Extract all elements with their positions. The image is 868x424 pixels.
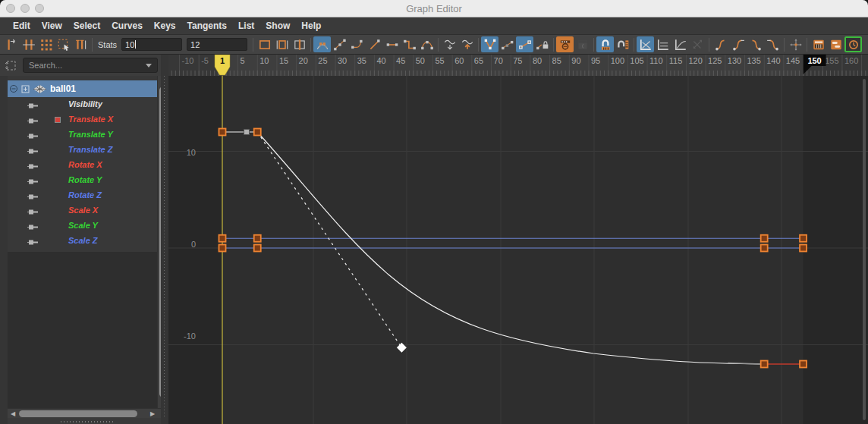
- toolbar-separator: [553, 38, 554, 52]
- tree-row-root[interactable]: ball01: [8, 80, 157, 97]
- pre-infinity-cycle-offset-button[interactable]: [729, 36, 747, 52]
- step-tangent-button[interactable]: [401, 36, 418, 52]
- tree-row-scale-z[interactable]: Scale Z: [8, 234, 157, 249]
- menu-item-edit[interactable]: Edit: [8, 18, 36, 34]
- normalized-view-button[interactable]: [671, 36, 689, 52]
- filter-icon[interactable]: [4, 58, 17, 72]
- expand-icon[interactable]: [21, 85, 30, 93]
- frame-all-button[interactable]: [256, 36, 273, 52]
- insert-keys-tool-button[interactable]: [20, 36, 37, 52]
- stacked-view-button[interactable]: [654, 36, 671, 52]
- keyframe[interactable]: [219, 245, 226, 252]
- spline-tangent-button[interactable]: [331, 36, 348, 52]
- channel-label: Visibility: [68, 99, 102, 108]
- search-dropdown-icon[interactable]: [146, 64, 152, 68]
- break-tangents-button[interactable]: [481, 36, 498, 52]
- keyframe[interactable]: [761, 235, 768, 242]
- tree-row-rotate-x[interactable]: Rotate X: [8, 158, 157, 173]
- channel-plug-icon[interactable]: [27, 237, 39, 250]
- keyframe[interactable]: [800, 361, 807, 368]
- menu-item-tangents[interactable]: Tangents: [182, 18, 232, 34]
- collapse-icon[interactable]: [9, 84, 18, 93]
- titlebar[interactable]: Graph Editor: [0, 0, 868, 17]
- flat-tangent-button[interactable]: [383, 36, 401, 52]
- free-tangent-weight-button[interactable]: [516, 36, 533, 52]
- toolbar-separator: [310, 38, 311, 52]
- menu-item-curves[interactable]: Curves: [106, 18, 148, 34]
- graph-vertical-scrollbar[interactable]: [863, 79, 866, 420]
- move-keys-tool-button[interactable]: [787, 36, 804, 52]
- toolbar: Stats1012: [0, 35, 868, 55]
- stats-value-input[interactable]: 12: [187, 38, 247, 51]
- tree-row-scale-y[interactable]: Scale Y: [8, 218, 157, 234]
- tree-row-rotate-y[interactable]: Rotate Y: [8, 173, 157, 188]
- menu-item-view[interactable]: View: [36, 18, 68, 34]
- tree-row-translate-x[interactable]: Translate X: [8, 112, 157, 127]
- buffer-curve-snapshot-button[interactable]: [441, 36, 458, 52]
- keyframe[interactable]: [254, 129, 261, 136]
- minimize-window-button[interactable]: [20, 4, 30, 13]
- ruler-label: 75: [513, 56, 522, 65]
- hscroll-track[interactable]: [17, 410, 148, 417]
- keyframe[interactable]: [254, 245, 261, 252]
- load-graph-editor-button[interactable]: [574, 36, 591, 52]
- menu-item-list[interactable]: List: [233, 18, 259, 34]
- tree-row-visibility[interactable]: Visibility: [8, 97, 157, 112]
- post-infinity-cycle-button[interactable]: [747, 36, 764, 52]
- pre-infinity-cycle-button[interactable]: [712, 36, 729, 52]
- time-snap-button[interactable]: [596, 36, 614, 52]
- keyframe[interactable]: [761, 361, 768, 368]
- value-snap-button[interactable]: [614, 36, 631, 52]
- tree-row-scale-x[interactable]: Scale X: [8, 203, 157, 218]
- frame-playback-range-button[interactable]: [273, 36, 291, 52]
- zoom-window-button[interactable]: [35, 4, 44, 13]
- center-current-time-button[interactable]: [291, 36, 308, 52]
- keyframe[interactable]: [219, 235, 226, 242]
- menu-item-keys[interactable]: Keys: [149, 18, 181, 34]
- tree-row-translate-y[interactable]: Translate Y: [8, 127, 157, 143]
- swap-buffer-curves-button[interactable]: [458, 36, 476, 52]
- scroll-right-icon[interactable]: ▶: [149, 410, 156, 417]
- tree-row-translate-z[interactable]: Translate Z: [8, 143, 157, 158]
- trax-editor-button[interactable]: [827, 36, 844, 52]
- menu-item-help[interactable]: Help: [296, 18, 326, 34]
- unify-tangents-button[interactable]: [498, 36, 516, 52]
- close-window-button[interactable]: [6, 4, 15, 13]
- keyframe[interactable]: [219, 129, 226, 136]
- renormalize-button[interactable]: [689, 36, 706, 52]
- lattice-deform-keys-tool-button[interactable]: [37, 36, 55, 52]
- curve-graph-svg[interactable]: 100-10: [168, 76, 868, 424]
- dope-sheet-button[interactable]: [810, 36, 827, 52]
- tree-row-rotate-z[interactable]: Rotate Z: [8, 188, 157, 203]
- post-infinity-cycle-offset-button[interactable]: [764, 36, 782, 52]
- auto-tangent-button[interactable]: [313, 36, 331, 52]
- panel-resize-grip[interactable]: [8, 418, 168, 424]
- time-editor-button[interactable]: [844, 36, 862, 52]
- curve-graph-area[interactable]: 100-10: [168, 76, 868, 424]
- clamped-tangent-button[interactable]: [348, 36, 366, 52]
- scroll-left-icon[interactable]: ◀: [9, 410, 17, 417]
- hscroll-thumb[interactable]: [19, 410, 137, 417]
- keyframe[interactable]: [800, 245, 807, 252]
- auto-load-graph-editor-button[interactable]: [556, 36, 574, 52]
- move-nearest-picked-key-tool-button[interactable]: [2, 36, 20, 52]
- region-tool-button[interactable]: [55, 36, 72, 52]
- keyframe[interactable]: [254, 235, 261, 242]
- panel-splitter[interactable]: [161, 55, 168, 424]
- absolute-view-button[interactable]: [637, 36, 654, 52]
- linear-tangent-button[interactable]: [366, 36, 383, 52]
- tangent-handle[interactable]: [244, 130, 250, 135]
- plateau-tangent-button[interactable]: [418, 36, 436, 52]
- stats-frame-input[interactable]: 10: [121, 38, 182, 51]
- retime-tool-button[interactable]: [72, 36, 90, 52]
- time-ruler[interactable]: -10-551015202530354045505560657075808590…: [168, 55, 868, 76]
- menu-item-select[interactable]: Select: [68, 18, 105, 34]
- lock-tangent-weight-button[interactable]: [533, 36, 551, 52]
- menu-item-show[interactable]: Show: [260, 18, 295, 34]
- time-ruler-svg[interactable]: -10-551015202530354045505560657075808590…: [168, 55, 868, 76]
- tree-horizontal-scrollbar[interactable]: ◀ ▶: [8, 408, 168, 418]
- search-input[interactable]: Search...: [23, 58, 158, 73]
- keyframe[interactable]: [761, 245, 768, 252]
- keyframe[interactable]: [800, 235, 807, 242]
- retime-tool-icon: [74, 38, 88, 52]
